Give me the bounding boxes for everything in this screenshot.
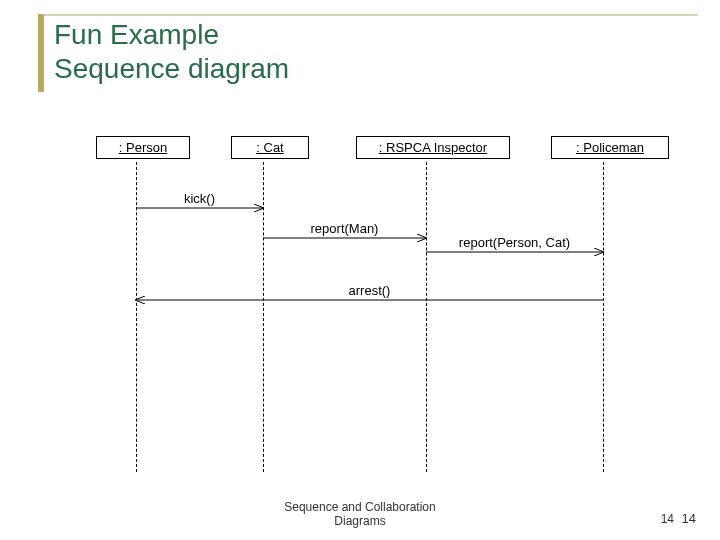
- title-line-1: Fun Example: [54, 19, 219, 50]
- sequence-diagram: : Person: Cat: RSPCA Inspector: Policema…: [56, 136, 666, 476]
- participant-label: : Cat: [256, 140, 283, 155]
- participant-policeman: : Policeman: [551, 136, 669, 159]
- lifeline-inspector: [426, 162, 427, 472]
- participant-cat: : Cat: [231, 136, 309, 159]
- page-number-inner: 14: [661, 512, 674, 526]
- footer-line-2: Diagrams: [334, 514, 385, 528]
- lifeline-policeman: [603, 162, 604, 472]
- slide-footer: Sequence and Collaboration Diagrams: [0, 500, 720, 528]
- message-label: report(Person, Cat): [435, 235, 595, 250]
- participant-person: : Person: [96, 136, 190, 159]
- lifeline-cat: [263, 162, 264, 472]
- page-number-outer: 14: [682, 511, 696, 526]
- message-label: arrest(): [290, 283, 450, 298]
- participant-label: : Person: [119, 140, 167, 155]
- lifeline-person: [136, 162, 137, 472]
- title-line-2: Sequence diagram: [54, 53, 289, 84]
- accent-top-rule: [38, 14, 698, 16]
- slide-title: Fun Example Sequence diagram: [54, 18, 289, 86]
- sequence-arrows-layer: [56, 136, 666, 476]
- participant-label: : RSPCA Inspector: [379, 140, 487, 155]
- participant-label: : Policeman: [576, 140, 644, 155]
- message-label: kick(): [120, 191, 280, 206]
- participant-inspector: : RSPCA Inspector: [356, 136, 510, 159]
- accent-side-bar: [38, 14, 44, 92]
- footer-line-1: Sequence and Collaboration: [284, 500, 435, 514]
- message-label: report(Man): [265, 221, 425, 236]
